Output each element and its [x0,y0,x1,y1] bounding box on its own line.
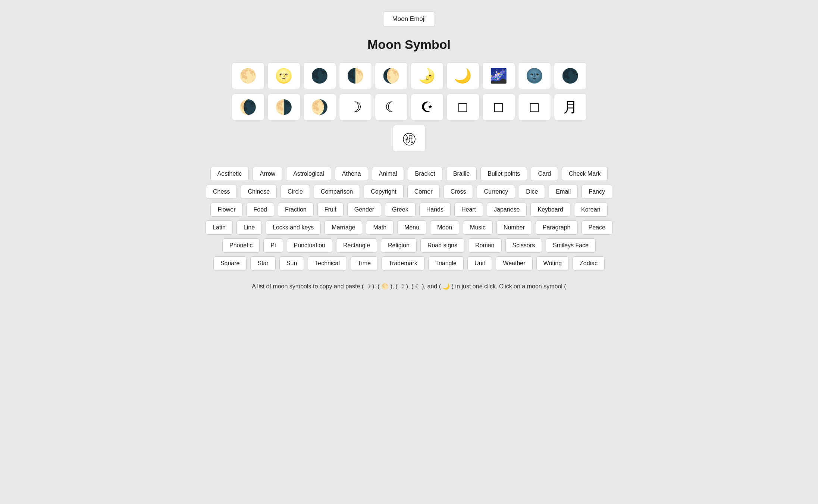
tag-button-music[interactable]: Music [463,220,493,235]
symbol-card-full-moon[interactable]: 🌕 [232,62,264,89]
tag-button-scissors[interactable]: Scissors [505,238,542,253]
symbol-card-circled-moon-kanji[interactable]: ㊗ [393,125,426,152]
tag-button-corner[interactable]: Corner [407,185,440,199]
tag-button-athena[interactable]: Athena [335,167,368,181]
symbol-card-waning-crescent[interactable]: 🌘 [232,94,264,120]
tag-button-arrow[interactable]: Arrow [253,167,282,181]
description-text: A list of moon symbols to copy and paste… [244,282,573,291]
tag-button-flower[interactable]: Flower [210,203,242,217]
tag-button-religion[interactable]: Religion [381,238,417,253]
symbols-row-1: 🌕🌝🌑🌓🌔🌛🌙🌌🌚🌑 [232,62,587,89]
tag-button-bullet-points[interactable]: Bullet points [480,167,527,181]
tag-button-gender[interactable]: Gender [347,203,381,217]
tag-button-sun[interactable]: Sun [279,256,304,270]
tag-button-keyboard[interactable]: Keyboard [530,203,570,217]
tag-button-japanese[interactable]: Japanese [487,203,527,217]
tag-button-star[interactable]: Star [250,256,275,270]
tag-button-card[interactable]: Card [531,167,558,181]
tag-button-currency[interactable]: Currency [477,185,515,199]
tag-button-latin[interactable]: Latin [206,220,233,235]
tag-button-greek[interactable]: Greek [385,203,416,217]
tag-button-square[interactable]: Square [213,256,247,270]
tag-button-number[interactable]: Number [496,220,532,235]
symbols-row-2: 🌘🌗🌖☽☾☪□□□月 [232,94,587,120]
symbol-card-crescent-symbol-left[interactable]: ☽ [339,94,372,120]
tag-button-korean[interactable]: Korean [574,203,608,217]
tag-button-animal[interactable]: Animal [372,167,404,181]
tag-button-roman[interactable]: Roman [468,238,502,253]
symbol-card-star-and-crescent[interactable]: ☪ [411,94,444,120]
tag-button-locks-and-keys[interactable]: Locks and keys [266,220,321,235]
tag-button-road-signs[interactable]: Road signs [420,238,464,253]
symbol-card-milky-way[interactable]: 🌌 [482,62,515,89]
symbols-row-3: ㊗ [393,125,426,152]
tag-button-math[interactable]: Math [366,220,394,235]
symbol-card-full-moon-face[interactable]: 🌝 [267,62,300,89]
tags-section: AestheticArrowAstrologicalAthenaAnimalBr… [204,167,614,270]
symbol-card-waning-gibbous[interactable]: 🌖 [303,94,336,120]
symbol-card-box3[interactable]: □ [518,94,551,120]
symbol-card-kanji-moon[interactable]: 月 [554,94,587,120]
tag-button-menu[interactable]: Menu [397,220,426,235]
tag-button-email[interactable]: Email [549,185,578,199]
tag-button-comparison[interactable]: Comparison [314,185,360,199]
moon-emoji-button[interactable]: Moon Emoji [383,11,435,27]
tag-button-chinese[interactable]: Chinese [241,185,277,199]
tag-button-zodiac[interactable]: Zodiac [573,256,605,270]
tag-button-unit[interactable]: Unit [467,256,492,270]
tag-button-copyright[interactable]: Copyright [364,185,403,199]
tag-button-check-mark[interactable]: Check Mark [562,167,608,181]
symbol-card-box2[interactable]: □ [482,94,515,120]
symbol-card-crescent-symbol-right[interactable]: ☾ [375,94,408,120]
tag-button-chess[interactable]: Chess [206,185,237,199]
symbol-card-crescent-moon[interactable]: 🌙 [446,62,479,89]
tag-button-heart[interactable]: Heart [454,203,483,217]
tag-button-braille[interactable]: Braille [446,167,477,181]
symbol-card-new-moon[interactable]: 🌑 [303,62,336,89]
tag-button-phonetic[interactable]: Phonetic [222,238,260,253]
tag-button-marriage[interactable]: Marriage [325,220,362,235]
tag-button-smileys-face[interactable]: Smileys Face [546,238,596,253]
tag-button-punctuation[interactable]: Punctuation [287,238,333,253]
symbol-card-box1[interactable]: □ [446,94,479,120]
tag-button-writing[interactable]: Writing [536,256,569,270]
tag-button-line[interactable]: Line [236,220,262,235]
tag-button-technical[interactable]: Technical [308,256,347,270]
tag-button-triangle[interactable]: Triangle [428,256,464,270]
tag-button-fruit[interactable]: Fruit [317,203,344,217]
tag-button-cross[interactable]: Cross [444,185,473,199]
tag-button-pi[interactable]: Pi [263,238,283,253]
tag-button-moon[interactable]: Moon [430,220,459,235]
tag-button-hands[interactable]: Hands [419,203,451,217]
tag-button-aesthetic[interactable]: Aesthetic [210,167,249,181]
tag-button-fancy[interactable]: Fancy [582,185,612,199]
tag-button-circle[interactable]: Circle [280,185,310,199]
symbol-card-last-quarter[interactable]: 🌗 [267,94,300,120]
tag-button-astrological[interactable]: Astrological [286,167,331,181]
tag-button-trademark[interactable]: Trademark [382,256,424,270]
tag-button-food[interactable]: Food [246,203,274,217]
tag-button-dice[interactable]: Dice [519,185,545,199]
page-title: Moon Symbol [367,37,451,52]
tag-button-rectangle[interactable]: Rectangle [336,238,377,253]
tag-button-peace[interactable]: Peace [582,220,612,235]
tag-button-bracket[interactable]: Bracket [408,167,442,181]
tag-button-time[interactable]: Time [351,256,378,270]
symbol-card-waxing-gibbous[interactable]: 🌔 [375,62,408,89]
symbol-card-first-quarter-face[interactable]: 🌛 [411,62,444,89]
tag-button-fraction[interactable]: Fraction [278,203,314,217]
symbol-card-new-moon-face[interactable]: 🌚 [518,62,551,89]
symbol-card-dark-moon[interactable]: 🌑 [554,62,587,89]
tag-button-paragraph[interactable]: Paragraph [536,220,578,235]
symbol-card-first-quarter[interactable]: 🌓 [339,62,372,89]
tag-button-weather[interactable]: Weather [496,256,532,270]
